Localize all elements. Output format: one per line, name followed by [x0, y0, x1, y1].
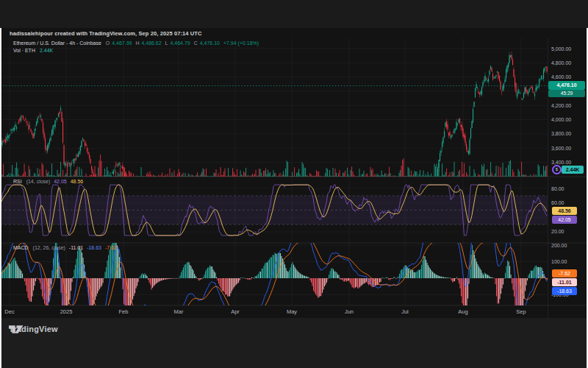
page-edge-left [0, 28, 1, 368]
symbol-title[interactable]: Ethereum / U.S. Dollar - 4h - Coinbase [13, 40, 101, 46]
rsi-value-badge[interactable]: 42.05 [552, 216, 577, 224]
ohlc-close-label: C [194, 40, 198, 46]
top-margin-band [0, 0, 588, 28]
chart-area[interactable]: hadissalehipour created with TradingView… [0, 28, 588, 319]
volume-label[interactable]: Vol · ETH [13, 48, 35, 53]
volume-legend: Vol · ETH 2.44K [13, 47, 53, 54]
macd-histogram-badge[interactable]: -11.01 [552, 278, 577, 286]
axis-label: 3,600.00 [551, 145, 571, 152]
ohlc-close-value: 4,476.10 [200, 40, 220, 46]
volume-value-badge[interactable]: 2.44K [562, 166, 584, 174]
bottom-margin-band: TradingView [0, 319, 588, 368]
time-axis-label: May [277, 308, 306, 315]
macd-name[interactable]: MACD [13, 245, 29, 250]
ohlc-open-label: O [106, 40, 110, 46]
axis-label: 80.00 [551, 185, 564, 192]
macd-hist-value: -11.01 [69, 245, 83, 250]
time-axis-label: Jun [334, 308, 364, 315]
ohlc-low-value: 4,464.79 [170, 40, 190, 46]
axis-label: 5,000.00 [551, 46, 571, 52]
time-axis-label: Apr [220, 308, 250, 315]
volume-value: 2.44K [40, 48, 53, 53]
last-price-badge[interactable]: 4,476.10 [548, 81, 585, 90]
symbol-legend: Ethereum / U.S. Dollar - 4h - Coinbase O… [13, 40, 261, 46]
macd-signal-badge[interactable]: -7.62 [552, 269, 577, 277]
rsi-value: 42.05 [54, 179, 67, 184]
macd-legend: MACD (12, 26, close) -11.01 -18.63 -7.62 [13, 244, 119, 251]
time-axis-label: Jul [390, 308, 420, 315]
axis-label: 3,800.00 [551, 130, 571, 137]
tradingview-logo-icon [9, 325, 24, 334]
macd-params: (12, 26, close) [33, 245, 65, 250]
chart-canvas[interactable] [0, 28, 588, 319]
axis-label: 4,200.00 [551, 102, 571, 109]
axis-label: 60.00 [551, 199, 564, 206]
rsi-ma-value: 48.56 [71, 179, 84, 184]
ohlc-high-value: 4,486.62 [141, 40, 161, 46]
time-axis-label: Dec [0, 308, 24, 315]
bar-countdown-badge: 45:29 [548, 90, 585, 97]
rsi-params: (14, close) [26, 179, 51, 184]
axis-label: 4,800.00 [551, 60, 571, 66]
axis-label: 100.00 [551, 258, 567, 265]
volume-indicator-icon[interactable]: $ [552, 165, 562, 174]
rsi-name[interactable]: RSI [13, 179, 22, 184]
rsi-ma-badge[interactable]: 48.56 [552, 207, 577, 215]
axis-label: 200.00 [551, 242, 567, 249]
ohlc-high-label: H [135, 40, 139, 46]
macd-line-badge[interactable]: -18.63 [552, 287, 577, 295]
axis-label: 20.00 [551, 228, 564, 235]
macd-signal-value: -7.62 [105, 245, 117, 250]
ohlc-open-value: 4,467.99 [112, 40, 132, 46]
price-change: +7.94 (+0.18%) [223, 40, 259, 46]
time-axis-label: Feb [109, 308, 138, 315]
axis-label: 4,000.00 [551, 116, 571, 123]
time-axis-label: 2025 [51, 308, 81, 315]
tradingview-logo[interactable]: TradingView [9, 325, 58, 333]
time-axis-label: Sep [506, 308, 536, 315]
macd-line-value: -18.63 [87, 245, 101, 250]
axis-label: 4,600.00 [551, 74, 571, 80]
tradingview-chart-window: hadissalehipour created with TradingView… [0, 0, 588, 368]
ohlc-low-label: L [165, 40, 168, 46]
time-axis-label: Mar [164, 308, 193, 315]
time-axis-label: Aug [448, 308, 478, 315]
rsi-legend: RSI (14, close) 42.05 48.56 [13, 178, 85, 185]
